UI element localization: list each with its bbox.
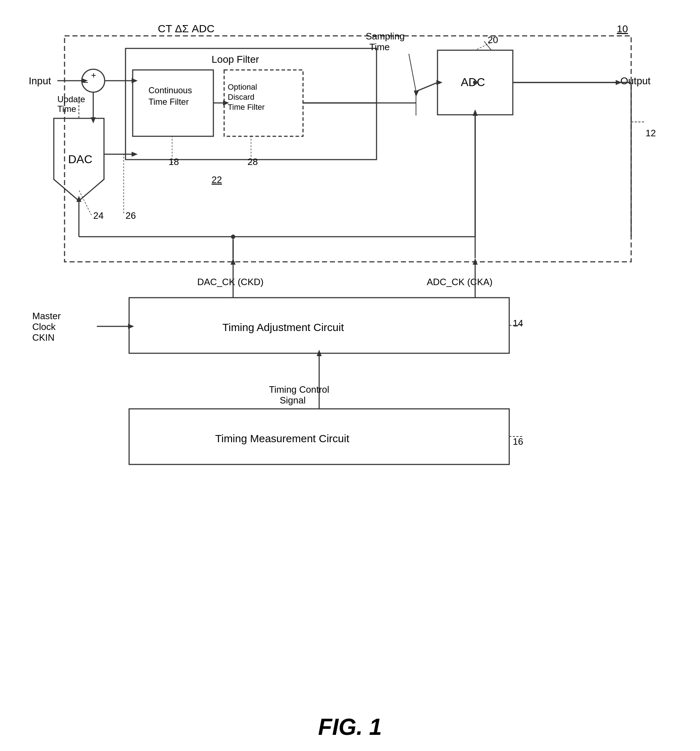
ref-24: 24 [93,210,104,221]
update-time-label-line1: Update [57,94,85,104]
timing-control-label-line1: Timing Control [269,384,329,395]
master-clock-line3: CKIN [32,332,54,343]
svg-rect-4 [437,50,513,115]
outer-box-label: CT ΔΣ ADC [158,23,215,34]
sum-junction-plus: + [91,70,96,80]
svg-line-53 [79,190,91,215]
adc-label: ADC [461,76,485,88]
svg-marker-12 [91,117,96,124]
svg-marker-18 [436,80,442,85]
opt-filter-label-line2: Discard [228,93,255,102]
loop-filter-label: Loop Filter [212,54,259,65]
svg-marker-10 [616,80,622,85]
svg-marker-5 [54,118,104,201]
svg-marker-14 [131,152,138,157]
svg-rect-3 [224,70,303,136]
opt-filter-label-line1: Optional [228,82,257,91]
ref-14: 14 [513,318,523,329]
svg-line-31 [484,41,491,50]
svg-point-58 [231,235,235,239]
ref-18: 18 [168,156,179,167]
sampling-time-label-line2: Time [369,42,390,53]
svg-marker-8 [82,78,88,83]
ref-22: 22 [212,174,222,185]
ref-12: 12 [646,128,656,138]
svg-rect-2 [133,70,213,136]
ref-16: 16 [513,436,523,447]
svg-line-19 [409,54,416,91]
dac-ck-label: DAC_CK (CKD) [197,277,264,287]
update-time-label-line2: Time [57,104,76,114]
svg-line-51 [475,43,490,50]
sampling-time-label-line1: Sampling [366,31,405,42]
adc-ck-label: ADC_CK (CKA) [427,277,492,287]
ref-26: 26 [125,210,136,221]
ref-20: 20 [488,34,498,45]
svg-rect-1 [125,48,377,159]
svg-rect-33 [129,409,509,464]
svg-marker-43 [317,350,322,356]
svg-marker-27 [76,196,81,202]
opt-filter-label-line3: Time Filter [228,103,265,111]
master-clock-line1: Master [32,311,61,321]
svg-line-17 [416,82,437,91]
svg-marker-20 [414,90,419,97]
dac-label: DAC [68,153,93,166]
svg-marker-55 [223,100,229,105]
ref-10: 10 [617,23,628,34]
svg-point-57 [473,80,477,85]
ct-filter-label-line1: Continuous [148,85,192,95]
timing-adj-label: Timing Adjustment Circuit [223,321,344,333]
input-label: Input [29,75,51,87]
svg-marker-45 [128,324,134,329]
svg-marker-41 [473,110,477,116]
svg-marker-39 [473,258,477,265]
svg-point-6 [82,69,105,92]
circuit-diagram-svg: CT ΔΣ ADC 10 Loop Filter Continuous Time… [22,14,678,714]
figure-label: FIG. 1 [318,714,382,740]
svg-rect-0 [65,36,631,262]
output-label: Output [620,75,651,87]
sum-junction-minus: − [83,77,88,87]
svg-rect-32 [129,298,509,353]
master-clock-line2: Clock [32,321,56,332]
diagram-container: CT ΔΣ ADC 10 Loop Filter Continuous Time… [22,14,678,714]
timing-meas-label: Timing Measurement Circuit [215,433,350,444]
svg-marker-35 [230,258,236,265]
svg-marker-22 [131,78,138,83]
ref-28: 28 [247,156,258,167]
ct-filter-label-line2: Time Filter [148,97,189,107]
timing-control-label-line2: Signal [280,395,306,406]
